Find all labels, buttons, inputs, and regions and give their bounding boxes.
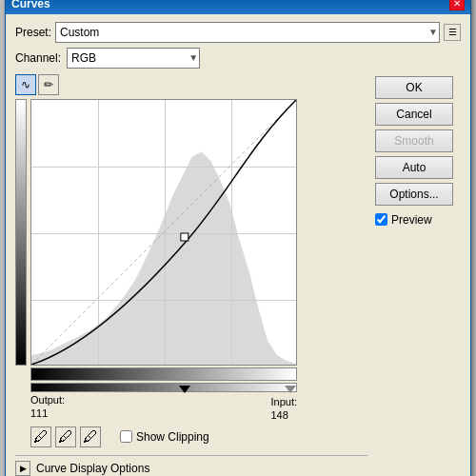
show-clipping-checkbox[interactable] (120, 430, 132, 443)
curve-display-chevron[interactable]: ▶ (15, 461, 30, 476)
input-slider[interactable] (30, 383, 297, 392)
gray-eyedropper-button[interactable]: 🖊 (55, 426, 76, 447)
preset-label: Preset: (15, 26, 51, 39)
curve-graph[interactable] (30, 99, 297, 366)
ok-button[interactable]: OK (375, 76, 453, 99)
input-label: Input: (270, 396, 297, 407)
show-clipping-row: Show Clipping (120, 430, 209, 444)
options-button[interactable]: Options... (375, 183, 453, 206)
svg-line-0 (31, 100, 296, 365)
preset-select[interactable]: Custom Default (55, 22, 440, 43)
preview-row: Preview (375, 213, 461, 227)
window-body: Preset: Custom Default ▼ ☰ Channel: RGB (6, 14, 470, 477)
title-bar: Curves ✕ (6, 0, 470, 14)
input-section: Input: 148 (270, 394, 297, 421)
preset-options-icon[interactable]: ☰ (444, 24, 461, 41)
preset-select-wrapper: Custom Default ▼ (55, 22, 440, 43)
left-panel: Channel: RGB Red Green Blue ▼ ∿ ✏ (15, 48, 367, 476)
y-gradient-bar (15, 99, 27, 366)
window-title: Curves (11, 0, 50, 10)
input-slider-thumb-right (285, 386, 296, 393)
preset-row: Preset: Custom Default ▼ ☰ (15, 22, 461, 43)
output-section: Output: 111 (30, 394, 65, 421)
preview-checkbox[interactable] (375, 213, 387, 226)
show-clipping-label: Show Clipping (136, 430, 209, 444)
input-slider-thumb (179, 386, 190, 393)
main-area: Channel: RGB Red Green Blue ▼ ∿ ✏ (15, 48, 461, 476)
channel-select[interactable]: RGB Red Green Blue (67, 48, 200, 69)
canvas-area: Output: 111 Input: 148 🖊 🖊 (15, 99, 367, 447)
channel-row: Channel: RGB Red Green Blue ▼ (15, 48, 367, 69)
output-value: 111 (30, 407, 65, 419)
curves-window: Curves ✕ Preset: Custom Default ▼ ☰ Chan… (5, 0, 471, 476)
black-eyedropper-button[interactable]: 🖊 (30, 426, 51, 447)
curve-display-label: Curve Display Options (36, 462, 149, 475)
output-label: Output: (30, 394, 65, 406)
preview-label: Preview (391, 213, 432, 227)
tool-row: ∿ ✏ (15, 74, 367, 95)
close-button[interactable]: ✕ (449, 0, 465, 10)
eyedropper-row: 🖊 🖊 🖊 Show Clipping (30, 426, 297, 447)
channel-select-wrapper: RGB Red Green Blue ▼ (67, 48, 200, 69)
white-eyedropper-button[interactable]: 🖊 (80, 426, 101, 447)
svg-rect-1 (181, 232, 188, 240)
auto-button[interactable]: Auto (375, 156, 453, 179)
curve-tool-button[interactable]: ∿ (15, 74, 36, 95)
x-gradient-bar (30, 367, 297, 381)
right-panel: OK Cancel Smooth Auto Options... Preview (375, 48, 461, 476)
x-slider-row (30, 383, 297, 392)
curve-display-row: ▶ Curve Display Options (15, 455, 367, 476)
input-value: 148 (270, 409, 297, 421)
smooth-button[interactable]: Smooth (375, 129, 453, 152)
channel-label: Channel: (15, 51, 61, 65)
pencil-tool-button[interactable]: ✏ (38, 74, 59, 95)
cancel-button[interactable]: Cancel (375, 103, 453, 126)
curve-svg (31, 100, 296, 365)
